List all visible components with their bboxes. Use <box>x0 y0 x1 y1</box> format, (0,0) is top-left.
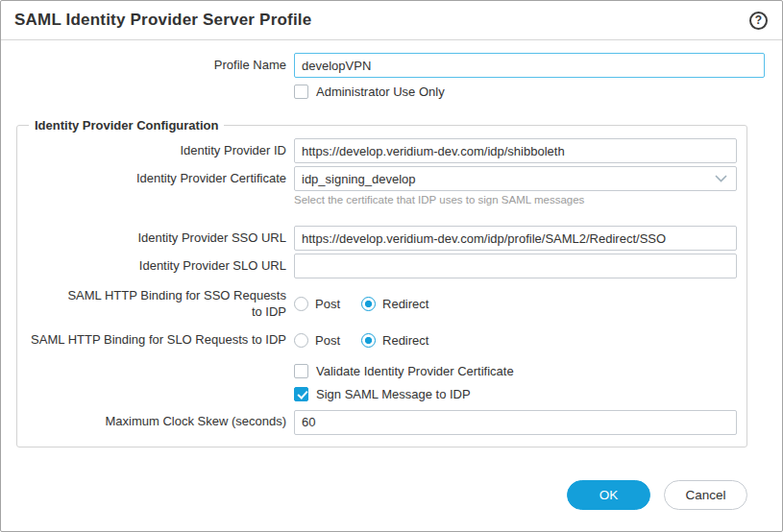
sign-saml-checkbox[interactable] <box>294 387 308 401</box>
sso-binding-row: SAML HTTP Binding for SSO Requests to ID… <box>27 288 737 321</box>
validate-cert-option[interactable]: Validate Identity Provider Certificate <box>294 364 514 378</box>
cancel-button[interactable]: Cancel <box>664 480 747 510</box>
admin-use-only-checkbox[interactable] <box>294 85 308 99</box>
idp-certificate-dropdown[interactable]: idp_signing_develop <box>294 166 737 191</box>
idp-id-label: Identity Provider ID <box>27 143 294 159</box>
validate-cert-checkbox[interactable] <box>294 364 308 378</box>
slo-binding-redirect-radio[interactable] <box>361 333 376 348</box>
admin-use-only-row: Administrator Use Only <box>1 85 765 99</box>
clock-skew-input[interactable] <box>294 410 737 435</box>
sso-binding-post-label: Post <box>315 297 340 311</box>
saml-idp-server-profile-dialog: SAML Identity Provider Server Profile ? … <box>0 0 783 532</box>
idp-id-input[interactable] <box>294 138 737 163</box>
profile-name-row: Profile Name <box>1 53 765 78</box>
clock-skew-label: Maximum Clock Skew (seconds) <box>27 414 294 430</box>
idp-certificate-value: idp_signing_develop <box>302 172 416 186</box>
validate-cert-row: Validate Identity Provider Certificate <box>27 364 737 378</box>
slo-binding-post-option[interactable]: Post <box>294 333 340 348</box>
sign-saml-option[interactable]: Sign SAML Message to IDP <box>294 387 471 401</box>
dialog-title: SAML Identity Provider Server Profile <box>14 11 311 30</box>
slo-url-label: Identity Provider SLO URL <box>27 258 294 275</box>
slo-url-input[interactable] <box>294 254 737 278</box>
idp-certificate-hint: Select the certificate that IDP uses to … <box>294 193 584 206</box>
identity-provider-configuration-section: Identity Provider Configuration Identity… <box>16 118 747 447</box>
clock-skew-row: Maximum Clock Skew (seconds) <box>27 410 737 435</box>
slo-url-row: Identity Provider SLO URL <box>27 254 737 278</box>
idp-certificate-label: Identity Provider Certificate <box>27 171 294 187</box>
sso-binding-redirect-label: Redirect <box>382 297 428 311</box>
slo-binding-post-radio[interactable] <box>294 333 308 348</box>
sso-url-input[interactable] <box>294 226 737 251</box>
idp-certificate-row: Identity Provider Certificate idp_signin… <box>27 166 737 191</box>
admin-use-only-label: Administrator Use Only <box>316 85 445 99</box>
sign-saml-label: Sign SAML Message to IDP <box>316 387 471 401</box>
dialog-body: Profile Name Administrator Use Only Iden… <box>1 40 782 531</box>
idp-id-row: Identity Provider ID <box>27 138 737 163</box>
profile-name-label: Profile Name <box>1 58 294 74</box>
dialog-footer: OK Cancel <box>1 480 765 531</box>
sign-saml-row: Sign SAML Message to IDP <box>27 387 737 401</box>
slo-binding-redirect-label: Redirect <box>382 333 428 348</box>
sso-binding-post-option[interactable]: Post <box>294 297 340 311</box>
sso-binding-post-radio[interactable] <box>294 297 308 311</box>
validate-cert-label: Validate Identity Provider Certificate <box>316 364 514 378</box>
admin-use-only-option[interactable]: Administrator Use Only <box>294 85 445 99</box>
slo-binding-redirect-option[interactable]: Redirect <box>361 333 428 348</box>
sso-binding-redirect-radio[interactable] <box>361 297 376 311</box>
chevron-down-icon <box>715 175 727 182</box>
sso-url-label: Identity Provider SSO URL <box>27 230 294 247</box>
dialog-titlebar: SAML Identity Provider Server Profile ? <box>1 1 782 40</box>
profile-name-input[interactable] <box>294 53 765 78</box>
idp-certificate-hint-row: Select the certificate that IDP uses to … <box>27 193 737 206</box>
slo-binding-row: SAML HTTP Binding for SLO Requests to ID… <box>27 332 737 349</box>
identity-provider-configuration-legend: Identity Provider Configuration <box>29 118 224 133</box>
ok-button[interactable]: OK <box>567 480 650 510</box>
slo-binding-label: SAML HTTP Binding for SLO Requests to ID… <box>27 332 294 349</box>
sso-binding-redirect-option[interactable]: Redirect <box>361 297 428 311</box>
sso-url-row: Identity Provider SSO URL <box>27 226 737 251</box>
sso-binding-label: SAML HTTP Binding for SSO Requests to ID… <box>27 288 294 321</box>
slo-binding-post-label: Post <box>315 333 340 348</box>
help-icon[interactable]: ? <box>749 12 768 30</box>
